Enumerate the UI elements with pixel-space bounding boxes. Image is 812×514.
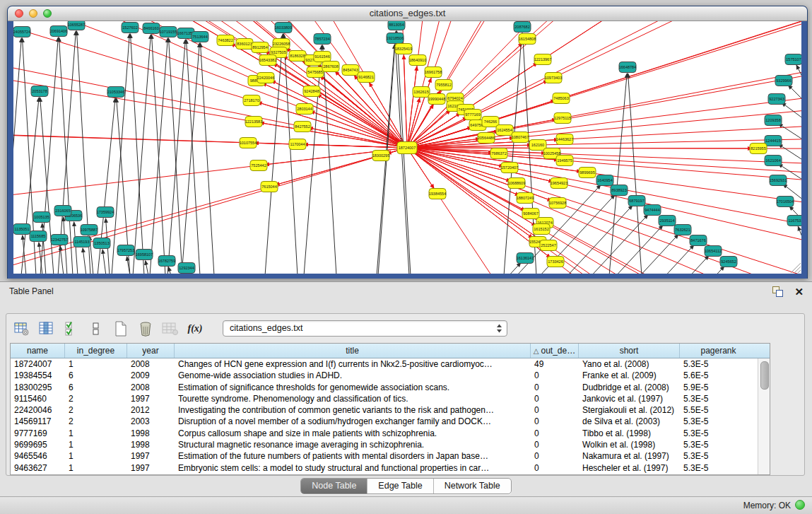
- graph-node[interactable]: 9084067: [522, 209, 539, 219]
- graph-node[interactable]: 1350513: [93, 238, 110, 249]
- table-cell[interactable]: 1997: [127, 450, 175, 462]
- table-cell[interactable]: 0: [531, 404, 579, 416]
- graph-node[interactable]: 7857234: [314, 34, 331, 45]
- graph-node[interactable]: 1733426: [547, 257, 564, 267]
- graph-node[interactable]: 12975115: [554, 113, 571, 124]
- table-cell[interactable]: 14569117: [11, 416, 65, 427]
- resize-grip-icon[interactable]: [791, 263, 801, 273]
- graph-node[interactable]: 16543382: [259, 55, 276, 66]
- memory-status-indicator[interactable]: [795, 500, 805, 510]
- graph-node[interactable]: 16961758: [425, 67, 442, 78]
- graph-node[interactable]: 15692931: [770, 175, 787, 186]
- graph-node[interactable]: 2867608: [322, 62, 339, 72]
- graph-node[interactable]: 7955812: [435, 80, 452, 90]
- table-cell[interactable]: 5.5E-5: [680, 404, 757, 416]
- graph-node[interactable]: 1167533: [787, 216, 801, 226]
- table-cell[interactable]: 2009: [127, 370, 175, 381]
- graph-node[interactable]: 9245652: [720, 257, 737, 267]
- table-cell[interactable]: 0: [531, 428, 579, 439]
- graph-node[interactable]: 19654923: [551, 178, 567, 189]
- table-row[interactable]: 946362711997Embryonic stem cells: a mode…: [11, 462, 758, 474]
- table-cell[interactable]: Estimation of the future numbers of pati…: [175, 450, 531, 462]
- graph-node[interactable]: 2053178: [31, 86, 48, 97]
- table-cell[interactable]: 1998: [127, 428, 175, 439]
- column-header-short[interactable]: short: [579, 344, 680, 358]
- graph-node[interactable]: 22420046: [257, 73, 274, 83]
- graph-node[interactable]: 2935114: [659, 216, 676, 226]
- tab-network-table[interactable]: Network Table: [433, 479, 511, 493]
- graph-node[interactable]: 18300295: [372, 151, 389, 161]
- graph-node[interactable]: 10807467: [512, 132, 529, 143]
- table-cell[interactable]: 5.3E-5: [680, 462, 757, 474]
- table-cell[interactable]: Genome-wide association studies in ADHD.: [175, 370, 531, 381]
- graph-node[interactable]: 7986372: [490, 148, 507, 159]
- graph-node[interactable]: 10654112: [705, 246, 722, 257]
- table-cell[interactable]: 9465546: [11, 450, 65, 462]
- graph-node[interactable]: 7632621: [674, 225, 691, 235]
- graph-node[interactable]: 9161546: [314, 52, 331, 62]
- close-panel-icon[interactable]: ✕: [794, 286, 804, 297]
- graph-node[interactable]: 10975887: [81, 225, 98, 235]
- table-row[interactable]: 911546021997Tourette syndrome. Phenomeno…: [11, 393, 758, 404]
- table-cell[interactable]: Structural magnetic resonance image aver…: [175, 439, 531, 450]
- table-row[interactable]: 2242004622012Investigating the contribut…: [11, 404, 758, 416]
- table-cell[interactable]: 1: [65, 462, 127, 474]
- table-cell[interactable]: Changes of HCN gene expression and I(f) …: [175, 358, 531, 370]
- table-cell[interactable]: 5.3E-5: [680, 393, 757, 404]
- graph-node[interactable]: 16154808: [519, 34, 536, 45]
- graph-node[interactable]: 8912954: [252, 42, 269, 53]
- graph-node[interactable]: 1170044: [289, 139, 306, 150]
- delete-trash-icon[interactable]: [137, 321, 154, 337]
- graph-node[interactable]: 1362615: [413, 87, 430, 98]
- graph-node[interactable]: 6879197: [628, 196, 645, 206]
- graph-node[interactable]: 7463822: [217, 35, 234, 46]
- table-cell[interactable]: 0: [531, 416, 579, 427]
- graph-node[interactable]: 17957253: [117, 245, 134, 256]
- graph-node[interactable]: 8938923: [611, 185, 628, 196]
- table-cell[interactable]: 49: [531, 358, 579, 370]
- table-cell[interactable]: Nakamura et al. (1997): [579, 450, 680, 462]
- table-cell[interactable]: 2003: [127, 416, 175, 427]
- graph-node[interactable]: 18325419: [395, 44, 412, 54]
- graph-node[interactable]: 9242848: [303, 86, 320, 97]
- table-cell[interactable]: 0: [531, 439, 579, 450]
- graph-node[interactable]: 2316065: [54, 206, 71, 216]
- table-cell[interactable]: Corpus callosum shape and size in male p…: [175, 428, 531, 439]
- table-cell[interactable]: Stergiakouli et al. (2012): [579, 404, 680, 416]
- graph-hub-node[interactable]: 18724007: [397, 142, 417, 154]
- row-height-icon[interactable]: [88, 321, 105, 337]
- scrollbar-thumb[interactable]: [760, 361, 769, 390]
- graph-node[interactable]: 10719155: [160, 27, 177, 37]
- table-row[interactable]: 1830029562008Estimation of significance …: [11, 382, 758, 393]
- table-cell[interactable]: 0: [531, 450, 579, 462]
- graph-node[interactable]: 1209358: [765, 115, 782, 126]
- column-header-pagerank[interactable]: pagerank: [680, 344, 757, 358]
- graph-node[interactable]: 9146821: [358, 72, 375, 83]
- table-cell[interactable]: 5.3E-5: [680, 439, 757, 450]
- table-selector-dropdown[interactable]: citations_edges.txt: [223, 320, 507, 337]
- graph-node[interactable]: 18640910: [409, 55, 426, 66]
- table-cell[interactable]: Disruption of a novel member of a sodium…: [175, 416, 531, 427]
- graph-node[interactable]: 10107554: [240, 138, 257, 148]
- table-cell[interactable]: 2012: [127, 404, 175, 416]
- graph-node[interactable]: 1575107: [785, 54, 801, 65]
- table-cell[interactable]: 0: [531, 462, 579, 474]
- table-row[interactable]: 1872400712008Changes of HCN gene express…: [11, 358, 758, 370]
- table-cell[interactable]: 5.6E-5: [680, 370, 757, 381]
- table-cell[interactable]: 9699695: [11, 439, 65, 450]
- table-cell[interactable]: Embryonic stem cells: a model to study s…: [175, 462, 531, 474]
- table-cell[interactable]: 5.3E-5: [680, 428, 757, 439]
- table-cell[interactable]: 1: [65, 358, 127, 370]
- float-panel-icon[interactable]: [772, 286, 783, 297]
- table-cell[interactable]: 1: [65, 450, 127, 462]
- graph-node[interactable]: 2803144: [296, 104, 313, 115]
- graph-node[interactable]: 19990448: [428, 94, 445, 105]
- graph-node[interactable]: 162160: [529, 140, 546, 151]
- table-row[interactable]: 946554611997Estimation of the future num…: [11, 450, 758, 462]
- graph-node[interactable]: 2718170: [243, 95, 260, 106]
- table-cell[interactable]: 0: [531, 370, 579, 381]
- table-settings-icon[interactable]: [13, 321, 30, 337]
- graph-node[interactable]: 1115685: [30, 231, 47, 242]
- graph-node[interactable]: 1621064: [765, 156, 782, 166]
- graph-node[interactable]: 24055724: [13, 27, 30, 37]
